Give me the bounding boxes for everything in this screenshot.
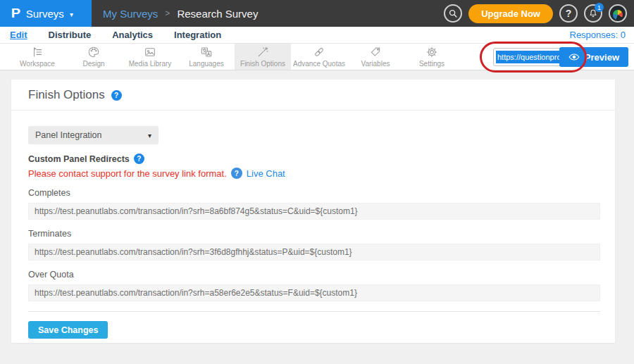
tab-label: Languages: [189, 60, 224, 68]
tab-workspace[interactable]: Workspace: [9, 44, 66, 70]
breadcrumb: My Surveys > Research Survey: [103, 0, 258, 27]
tab-media-library[interactable]: Media Library: [122, 44, 178, 70]
tab-label: Advance Quotas: [293, 60, 345, 68]
header-actions: Upgrade Now ? 1: [444, 0, 627, 27]
tab-label: Finish Options: [240, 60, 285, 68]
breadcrumb-current-survey: Research Survey: [177, 8, 258, 20]
upgrade-now-button[interactable]: Upgrade Now: [468, 4, 553, 23]
tab-label: Variables: [361, 60, 390, 68]
tab-languages[interactable]: Languages: [178, 44, 235, 70]
nav-tab-analytics[interactable]: Analytics: [112, 30, 153, 40]
chain-links-icon: [312, 46, 326, 58]
image-icon: [143, 46, 157, 58]
survey-url-selected-text: https://questionpro.com/t/A: [496, 51, 567, 63]
eye-icon: [568, 53, 580, 61]
panel-header: Finish Options ?: [11, 80, 615, 111]
finish-options-help-icon[interactable]: ?: [111, 90, 122, 101]
nav-tab-distribute[interactable]: Distribute: [49, 30, 92, 40]
warning-text: Please contact support for the survey li…: [28, 168, 227, 179]
completes-field-group: Completes https://test.peanutlabs.com/tr…: [28, 188, 598, 220]
panel-integration-dropdown[interactable]: Panel Integration ▾: [28, 126, 158, 144]
search-button[interactable]: [444, 4, 462, 23]
breadcrumb-separator: >: [165, 8, 170, 18]
search-icon: [448, 8, 458, 18]
divider: [28, 311, 600, 312]
custom-panel-redirects-heading: Custom Panel Redirects ?: [28, 153, 598, 164]
tab-finish-options[interactable]: Finish Options: [235, 44, 291, 70]
top-header: P Surveys ▾ My Surveys > Research Survey…: [0, 0, 634, 27]
help-button[interactable]: ?: [559, 4, 578, 23]
field-label-terminates: Terminates: [28, 229, 598, 239]
section-help-icon[interactable]: ?: [134, 153, 144, 164]
completes-url-input[interactable]: https://test.peanutlabs.com/transaction/…: [28, 203, 600, 220]
panel-body: Panel Integration ▾ Custom Panel Redirec…: [11, 111, 615, 339]
live-chat-link[interactable]: Live Chat: [247, 168, 285, 179]
dropdown-selected-value: Panel Integration: [35, 130, 102, 140]
responses-count[interactable]: Responses: 0: [570, 30, 626, 40]
user-avatar[interactable]: [609, 4, 627, 23]
product-name: Surveys: [26, 8, 64, 20]
over-quota-url-input[interactable]: https://test.peanutlabs.com/transaction/…: [28, 284, 600, 301]
edit-toolbar: Workspace Design Media Library Languages…: [0, 44, 634, 70]
finish-options-panel: Finish Options ? Panel Integration ▾ Cus…: [11, 80, 615, 343]
preview-label: Preview: [585, 52, 619, 63]
support-warning-row: Please contact support for the survey li…: [28, 168, 598, 179]
nav-tab-integration[interactable]: Integration: [174, 30, 221, 40]
tag-icon: [368, 46, 383, 58]
page-title: Finish Options: [28, 88, 105, 102]
field-label-completes: Completes: [28, 188, 598, 198]
preview-button[interactable]: Preview: [559, 47, 628, 67]
save-changes-button[interactable]: Save Changes: [28, 321, 108, 339]
tab-label: Media Library: [129, 60, 172, 68]
gear-icon: [425, 46, 439, 58]
over-quota-field-group: Over Quota https://test.peanutlabs.com/t…: [28, 270, 598, 301]
terminates-field-group: Terminates https://test.peanutlabs.com/t…: [28, 229, 598, 261]
nav-tab-edit[interactable]: Edit: [10, 30, 27, 40]
workspace-icon: [30, 46, 44, 58]
tab-label: Design: [82, 60, 104, 68]
tab-advance-quotas[interactable]: Advance Quotas: [291, 44, 347, 70]
question-mark-icon: ?: [566, 8, 572, 19]
breadcrumb-my-surveys[interactable]: My Surveys: [103, 8, 158, 20]
translate-icon: [199, 46, 213, 58]
tab-settings[interactable]: Settings: [404, 44, 460, 70]
notifications-button[interactable]: 1: [584, 4, 602, 23]
section-title: Custom Panel Redirects: [28, 154, 130, 164]
tab-label: Settings: [419, 60, 445, 68]
brand-menu[interactable]: P Surveys ▾: [0, 0, 92, 27]
notification-badge: 1: [595, 3, 604, 12]
tab-variables[interactable]: Variables: [347, 44, 404, 70]
tab-design[interactable]: Design: [66, 44, 122, 70]
chevron-down-icon: ▾: [148, 132, 151, 139]
magic-wand-icon: [256, 46, 270, 58]
terminates-url-input[interactable]: https://test.peanutlabs.com/transaction/…: [28, 244, 600, 261]
field-label-over-quota: Over Quota: [28, 270, 598, 280]
survey-nav: Edit Distribute Analytics Integration Re…: [0, 27, 634, 44]
live-chat-help-icon[interactable]: ?: [231, 168, 242, 179]
palette-icon: [87, 46, 101, 58]
chevron-down-icon: ▾: [70, 11, 73, 18]
tab-label: Workspace: [20, 60, 55, 68]
questionpro-logo-icon: P: [11, 6, 20, 21]
